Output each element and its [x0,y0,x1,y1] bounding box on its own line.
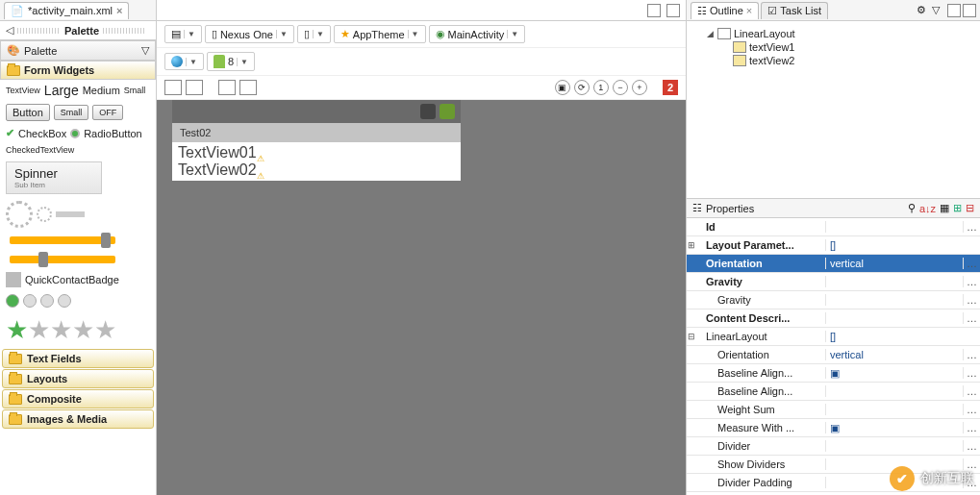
zoom-out-icon[interactable]: − [613,80,628,95]
palette-dropdown[interactable]: 🎨 Palette ▽ [0,40,156,61]
property-row[interactable]: Baseline Align...… [687,383,980,401]
maximize-icon[interactable] [666,4,680,17]
property-row[interactable]: ⊟LinearLayout[] [687,328,980,346]
widget-medium[interactable]: Medium [83,85,120,96]
textview-1[interactable]: TextView01 [178,144,455,161]
property-row[interactable]: Orientationvertical… [687,255,980,273]
zoom-reset-icon[interactable]: ⟳ [574,80,590,95]
property-row[interactable]: ⊞Layout Paramet...[] [687,236,980,255]
property-value[interactable]: ▣ [826,367,963,380]
palette-section-composite[interactable]: Composite [2,389,154,408]
checkedtextview-row[interactable]: CheckedTextView [0,142,156,158]
widget-large[interactable]: Large [44,83,79,98]
property-more-button[interactable]: … [963,404,980,415]
widget-small[interactable]: Small [124,86,146,95]
tree-node-textview1[interactable]: textView1 [691,40,976,54]
widget-radiobutton[interactable]: RadioButton [84,128,142,139]
locale-chooser[interactable]: ▼ [164,53,204,70]
folder-label: Composite [27,393,82,405]
property-value[interactable]: [] [826,331,963,342]
property-more-button[interactable]: … [963,440,980,452]
property-row[interactable]: Baseline Align...▣… [687,364,980,383]
tree-node-textview2[interactable]: textView2 [691,54,976,67]
property-row[interactable]: Content Descri...… [687,309,980,328]
lint-errors-badge[interactable]: 2 [663,80,678,95]
chevron-down-icon[interactable]: ▽ [932,4,945,17]
property-more-button[interactable]: … [963,349,980,360]
property-value[interactable]: vertical [826,258,963,269]
palette-section-text-fields[interactable]: Text Fields [2,349,154,368]
maximize-icon[interactable] [963,4,976,17]
property-more-button[interactable]: … [963,294,980,306]
activity-icon: ◉ [436,28,445,40]
api-chooser[interactable]: 8▼ [207,52,255,71]
device-chooser[interactable]: ▯Nexus One▼ [205,25,294,43]
layout-mode-icon[interactable] [164,80,182,95]
progress-horizontal-icon[interactable] [56,211,85,217]
close-icon[interactable]: × [746,5,752,16]
property-value[interactable]: [] [826,239,963,251]
toggle-icon[interactable]: ▦ [940,202,949,214]
zoom-fit-icon[interactable]: ▣ [555,80,570,95]
theme-chooser[interactable]: ★AppTheme▼ [334,25,426,43]
widget-button[interactable]: Button [6,104,50,121]
az-sort-icon[interactable]: a↓z [919,203,936,214]
property-more-button[interactable]: … [963,422,980,433]
property-value[interactable]: vertical [826,349,963,360]
widget-toggle-off[interactable]: OFF [92,105,123,120]
property-row[interactable]: Id… [687,218,980,236]
orientation-chooser[interactable]: ▯▼ [297,25,331,43]
property-value[interactable]: ▣ [826,422,963,434]
triangle-icon[interactable]: ◁ [6,24,13,37]
property-row[interactable]: Gravity… [687,273,980,291]
collapse-icon[interactable]: ◢ [706,30,715,38]
expand-icon[interactable]: ⊞ [953,202,962,214]
property-more-button[interactable]: … [963,276,980,287]
property-more-button[interactable]: … [963,258,980,269]
palette-section-images-media[interactable]: Images & Media [2,409,154,429]
spinner-small-icon[interactable] [37,207,52,222]
radio-group-row[interactable] [0,290,156,311]
filter-icon[interactable]: ⚲ [908,202,916,214]
widget-seekbar-1[interactable] [10,236,115,244]
widget-seekbar-2[interactable] [10,256,115,263]
property-more-button[interactable]: … [963,367,980,379]
palette-section-form-widgets[interactable]: Form Widgets [0,61,156,80]
layout-mode-icon[interactable] [186,80,203,95]
property-more-button[interactable]: … [963,312,980,324]
activity-chooser[interactable]: ◉MainActivity▼ [429,25,526,43]
widget-checkbox[interactable]: CheckBox [18,128,66,139]
expand-width-icon[interactable] [218,80,236,95]
property-more-button[interactable]: … [963,221,980,233]
editor-tab-activity-main[interactable]: 📄 *activity_main.xml × [4,2,129,19]
quickcontact-row[interactable]: QuickContactBadge [0,269,156,290]
spinner-large-icon[interactable] [6,201,33,228]
expand-toggle-icon[interactable]: ⊟ [687,332,696,341]
design-canvas[interactable]: Test02 TextView01 TextView02 [157,100,686,495]
view-menu-icon[interactable]: ⚙ [917,4,930,17]
widget-textview[interactable]: TextView [6,86,40,95]
property-row[interactable]: Measure With ...▣… [687,419,980,437]
zoom-in-icon[interactable]: + [632,80,647,95]
property-more-button[interactable]: … [963,385,980,397]
minimize-icon[interactable] [947,4,961,17]
expand-height-icon[interactable] [239,80,257,95]
tree-node-linearlayout[interactable]: ◢ LinearLayout [691,27,976,40]
widget-small-button[interactable]: Small [54,105,89,120]
minimize-icon[interactable] [647,4,661,17]
property-row[interactable]: Gravity… [687,291,980,309]
config-chooser[interactable]: ▤▼ [164,25,202,43]
close-icon[interactable]: × [116,5,122,16]
textview-2[interactable]: TextView02 [178,161,455,179]
collapse-icon[interactable]: ⊟ [966,202,974,214]
zoom-100-icon[interactable]: 1 [593,80,609,95]
property-row[interactable]: Orientationvertical… [687,346,980,364]
expand-toggle-icon[interactable]: ⊞ [687,240,696,250]
tab-tasklist[interactable]: ☑ Task List [761,2,828,19]
widget-spinner[interactable]: Spinner Sub Item [6,161,102,194]
palette-section-layouts[interactable]: Layouts [2,369,154,388]
widget-ratingbar[interactable]: ★ ★ ★ ★ ★ [0,315,156,344]
property-row[interactable]: Divider… [687,437,980,456]
tab-outline[interactable]: ☷ Outline × [691,2,759,19]
property-row[interactable]: Weight Sum… [687,401,980,419]
